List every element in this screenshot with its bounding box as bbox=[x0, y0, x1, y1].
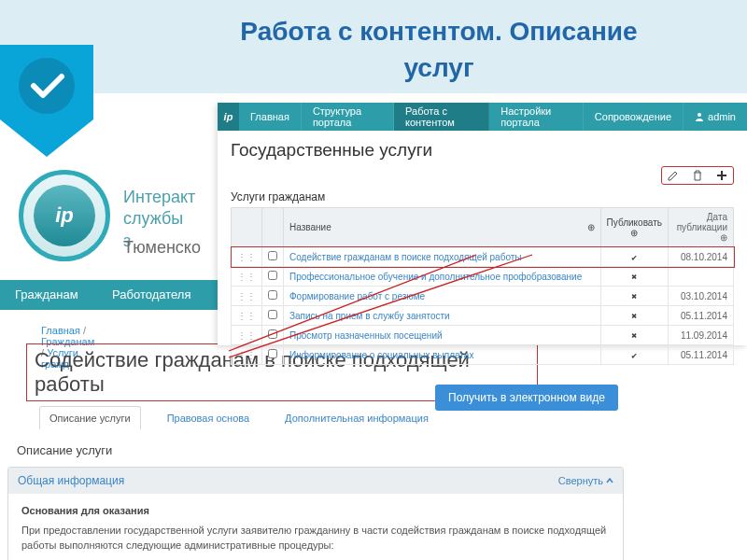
row-date: 05.11.2014 bbox=[669, 306, 734, 326]
svg-point-0 bbox=[19, 58, 75, 114]
menu-settings[interactable]: Настройки портала bbox=[489, 103, 584, 131]
table-row[interactable]: ⋮⋮Профессиональное обучение и дополнител… bbox=[232, 267, 734, 287]
drag-handle-icon[interactable]: ⋮⋮ bbox=[232, 267, 262, 287]
svg-point-1 bbox=[698, 113, 701, 117]
table-row[interactable]: ⋮⋮Содействие гражданам в поиске подходящ… bbox=[232, 247, 734, 267]
admin-user[interactable]: admin bbox=[684, 111, 747, 122]
row-checkbox[interactable] bbox=[262, 345, 284, 365]
admin-subhead: Услуги гражданам bbox=[231, 190, 734, 203]
row-checkbox[interactable] bbox=[262, 326, 284, 345]
get-eservice-button[interactable]: Получить в электронном виде bbox=[435, 385, 618, 411]
drag-handle-icon[interactable]: ⋮⋮ bbox=[232, 247, 262, 267]
info-panel-title: Общая информация bbox=[18, 474, 124, 487]
toolbar bbox=[661, 166, 734, 185]
slide-title-line1: Работа с контентом. Описание bbox=[240, 17, 637, 46]
row-name[interactable]: Информирование о социальных выплатах bbox=[284, 345, 601, 365]
tab-legal[interactable]: Правовая основа bbox=[158, 407, 259, 429]
row-publish: ✔ bbox=[600, 345, 668, 365]
row-checkbox[interactable] bbox=[262, 247, 284, 267]
breadcrumb-home[interactable]: Главная bbox=[41, 325, 80, 336]
drag-handle-icon[interactable]: ⋮⋮ bbox=[232, 326, 262, 345]
row-publish: ✖ bbox=[600, 306, 668, 326]
admin-panel: ір Главная Структура портала Работа с ко… bbox=[218, 103, 747, 345]
collapse-button[interactable]: Свернуть bbox=[558, 475, 613, 486]
row-date: 11.09.2014 bbox=[669, 326, 734, 345]
row-checkbox[interactable] bbox=[262, 306, 284, 326]
chevron-up-icon bbox=[606, 477, 613, 484]
row-date: 08.10.2014 bbox=[669, 247, 734, 267]
portal-region: Тюменско bbox=[123, 238, 201, 258]
user-icon bbox=[695, 112, 704, 121]
col-name[interactable]: Название ⊕ bbox=[284, 208, 601, 247]
tab-description[interactable]: Описание услуги bbox=[39, 406, 141, 429]
menu-home[interactable]: Главная bbox=[239, 103, 302, 131]
row-date: 03.10.2014 bbox=[669, 287, 734, 306]
admin-menu: ір Главная Структура портала Работа с ко… bbox=[218, 103, 747, 131]
tab-citizens[interactable]: Гражданам bbox=[0, 280, 93, 309]
row-name[interactable]: Профессиональное обучение и дополнительн… bbox=[284, 267, 601, 287]
slide-title-line2: услуг bbox=[403, 53, 473, 82]
col-publish[interactable]: Публиковать ⊕ bbox=[600, 208, 668, 247]
slide-header: Работа с контентом. Описание услуг bbox=[0, 0, 747, 93]
menu-support[interactable]: Сопровождение bbox=[584, 103, 684, 131]
admin-logo-icon[interactable]: ір bbox=[218, 103, 239, 131]
menu-content[interactable]: Работа с контентом bbox=[394, 103, 489, 131]
table-row[interactable]: ⋮⋮Просмотр назначенных посещений✖11.09.2… bbox=[232, 326, 734, 345]
row-name[interactable]: Формирование работ с резюме bbox=[284, 287, 601, 306]
row-name[interactable]: Запись на прием в службу занятости bbox=[284, 306, 601, 326]
edit-icon[interactable] bbox=[668, 170, 679, 181]
col-select bbox=[262, 208, 284, 247]
row-name[interactable]: Просмотр назначенных посещений bbox=[284, 326, 601, 345]
add-icon[interactable] bbox=[716, 170, 727, 181]
col-drag bbox=[232, 208, 262, 247]
table-row[interactable]: ⋮⋮Формирование работ с резюме✖03.10.2014 bbox=[232, 287, 734, 306]
slide-title: Работа с контентом. Описание услуг bbox=[0, 0, 747, 86]
info-block-text: При предоставлении государственной услуг… bbox=[21, 523, 610, 553]
row-name[interactable]: Содействие гражданам в поиске подходящей… bbox=[284, 247, 601, 267]
row-checkbox[interactable] bbox=[262, 267, 284, 287]
row-publish: ✖ bbox=[600, 287, 668, 306]
row-publish: ✖ bbox=[600, 267, 668, 287]
portal-tabs: Гражданам Работодателя bbox=[0, 280, 218, 310]
row-publish: ✔ bbox=[600, 247, 668, 267]
tab-employers[interactable]: Работодателя bbox=[97, 280, 205, 309]
menu-structure[interactable]: Структура портала bbox=[302, 103, 394, 131]
tab-additional[interactable]: Дополнительная информация bbox=[275, 407, 438, 429]
section-label: Описание услуги bbox=[17, 443, 112, 457]
drag-handle-icon[interactable]: ⋮⋮ bbox=[232, 306, 262, 326]
table-row[interactable]: ⋮⋮Запись на прием в службу занятости✖05.… bbox=[232, 306, 734, 326]
info-block-heading: Основания для оказания bbox=[21, 503, 610, 519]
delete-icon[interactable] bbox=[692, 170, 703, 181]
drag-handle-icon[interactable]: ⋮⋮ bbox=[232, 345, 262, 365]
detail-tabs: Описание услуги Правовая основа Дополнит… bbox=[39, 406, 438, 429]
row-date: 05.11.2014 bbox=[669, 345, 734, 365]
row-checkbox[interactable] bbox=[262, 287, 284, 306]
row-date bbox=[669, 267, 734, 287]
checkmark-badge-icon bbox=[0, 45, 93, 157]
row-publish: ✖ bbox=[600, 326, 668, 345]
services-table: Название ⊕ Публиковать ⊕ Дата публикации… bbox=[231, 207, 734, 365]
admin-page-title: Государственные услуги bbox=[231, 140, 734, 161]
table-row[interactable]: ⋮⋮Информирование о социальных выплатах✔0… bbox=[232, 345, 734, 365]
info-panel: Общая информация Свернуть Основания для … bbox=[7, 467, 624, 560]
portal-logo-icon: ір bbox=[19, 170, 110, 261]
col-date[interactable]: Дата публикации ⊕ bbox=[669, 208, 734, 247]
drag-handle-icon[interactable]: ⋮⋮ bbox=[232, 287, 262, 306]
